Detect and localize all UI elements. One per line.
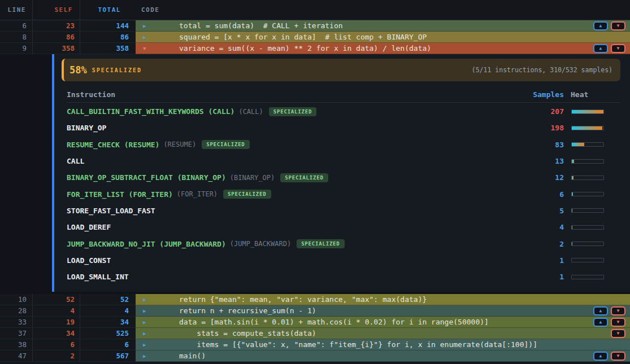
panel-indent-guide: [52, 54, 54, 292]
table-row-line-8: 8 86 86 ▶ squared = [x * x for x in data…: [0, 32, 630, 43]
expand-arrow-icon[interactable]: ▶: [143, 328, 146, 339]
jump-up-button[interactable]: ▲: [593, 352, 608, 361]
instruction-base-opcode: (RESUME): [163, 141, 196, 148]
code-cell[interactable]: ▶ main() ▲ ▼: [136, 350, 630, 362]
table-row-line-33: 33 19 34 ▶ data = [math.sin(i * 0.01) + …: [0, 317, 630, 328]
instruction-samples: 207: [523, 107, 571, 116]
instruction-row: LOAD_DEREF 4: [67, 219, 620, 235]
self-samples: 23: [33, 20, 80, 32]
jump-up-button[interactable]: ▲: [593, 44, 608, 53]
total-samples: 52: [80, 294, 136, 305]
instruction-name: LOAD_DEREF: [67, 223, 111, 231]
total-samples: 525: [80, 328, 136, 339]
expand-arrow-icon[interactable]: ▶: [143, 339, 146, 350]
total-samples: 4: [80, 305, 136, 317]
jump-down-button[interactable]: ▼: [611, 306, 625, 315]
instruction-row: JUMP_BACKWARD_NO_JIT (JUMP_BACKWARD) (JU…: [67, 235, 620, 252]
instruction-samples: 83: [523, 141, 571, 149]
heat-bar: [571, 109, 620, 114]
instruction-name: STORE_FAST_LOAD_FAST: [67, 207, 155, 215]
instruction-row: STORE_FAST_LOAD_FAST 5: [67, 203, 620, 219]
jump-down-button[interactable]: ▼: [611, 352, 625, 361]
code-cell[interactable]: ▶ items = [{"value": x, "name": f"item_{…: [136, 339, 630, 350]
jump-down-button[interactable]: ▼: [611, 318, 625, 327]
jump-down-button[interactable]: ▼: [611, 21, 625, 30]
specialization-callout: 58% SPECIALIZED (5/11 instructions, 310/…: [62, 59, 620, 81]
source-code: main(): [179, 350, 206, 362]
total-samples: 567: [80, 350, 136, 362]
line-number: 47: [0, 350, 33, 362]
code-cell[interactable]: ▶ return n + recursive_sum(n - 1) ▲ ▼: [136, 305, 630, 317]
table-row-line-28: 28 4 4 ▶ return n + recursive_sum(n - 1)…: [0, 305, 630, 317]
instruction-name: FOR_ITER_LIST (FOR_ITER): [67, 190, 173, 199]
heat-bar-fill: [572, 126, 602, 130]
source-code: return {"mean": mean, "var": variance, "…: [179, 294, 427, 305]
table-row-line-38: 38 6 6 ▶ items = [{"value": x, "name": f…: [0, 339, 630, 350]
line-number: 37: [0, 328, 33, 339]
heat-bar: [571, 208, 620, 213]
self-samples: 358: [33, 43, 80, 54]
heat-bar: [571, 159, 620, 164]
code-cell[interactable]: ▶ data = [math.sin(i * 0.01) + math.cos(…: [136, 317, 630, 328]
collapse-arrow-icon[interactable]: ▼: [143, 43, 146, 54]
table-header: LINE SELF TOTAL CODE: [0, 0, 630, 20]
instruction-samples: 1: [523, 256, 571, 265]
column-header-instruction: Instruction: [67, 90, 523, 99]
instruction-name: CALL: [67, 157, 84, 165]
heat-bar-fill: [572, 209, 572, 212]
self-samples: 19: [33, 317, 80, 328]
self-samples: 6: [33, 339, 80, 350]
instruction-samples: 6: [523, 190, 571, 199]
expand-arrow-icon[interactable]: ▶: [143, 350, 146, 362]
self-samples: 86: [33, 32, 80, 43]
jump-down-button[interactable]: ▼: [611, 44, 625, 53]
instruction-samples: 198: [523, 124, 571, 132]
specialized-badge: SPECIALIZED: [269, 107, 316, 116]
self-samples: 34: [33, 328, 80, 339]
code-cell-expanded[interactable]: ▼ variance = sum((x - mean) ** 2 for x i…: [136, 43, 630, 54]
expand-arrow-icon[interactable]: ▶: [143, 317, 146, 328]
expand-arrow-icon[interactable]: ▶: [143, 305, 146, 317]
line-number: 38: [0, 339, 33, 350]
instruction-row: CALL_BUILTIN_FAST_WITH_KEYWORDS (CALL) (…: [67, 103, 620, 120]
heat-bar: [571, 258, 620, 262]
table-row-line-47: 47 2 567 ▶ main() ▲ ▼: [0, 350, 630, 362]
total-samples: 358: [80, 43, 136, 54]
instruction-samples: 12: [523, 173, 571, 182]
line-number: 6: [0, 20, 33, 32]
source-code: stats = compute_stats(data): [179, 328, 316, 339]
specialization-summary: (5/11 instructions, 310/532 samples): [472, 66, 612, 74]
instruction-name: JUMP_BACKWARD_NO_JIT (JUMP_BACKWARD): [67, 240, 226, 248]
code-cell[interactable]: ▶ total = sum(data) # CALL + iteration ▲…: [136, 20, 630, 32]
column-header-samples[interactable]: Samples: [523, 90, 571, 99]
instruction-name: CALL_BUILTIN_FAST_WITH_KEYWORDS (CALL): [67, 107, 234, 116]
instruction-list: CALL_BUILTIN_FAST_WITH_KEYWORDS (CALL) (…: [67, 103, 620, 285]
instruction-row: LOAD_SMALL_INT 1: [67, 269, 620, 285]
self-samples: 52: [33, 294, 80, 305]
instruction-name: RESUME_CHECK (RESUME): [67, 141, 159, 149]
table-row-line-6: 6 23 144 ▶ total = sum(data) # CALL + it…: [0, 20, 630, 32]
specialized-badge: SPECIALIZED: [297, 239, 344, 248]
heat-bar: [571, 126, 620, 130]
instruction-table-header: Instruction Samples Heat: [67, 87, 620, 103]
jump-up-button[interactable]: ▲: [593, 21, 608, 30]
heat-bar: [571, 225, 620, 230]
heat-bar: [571, 192, 620, 196]
jump-down-button[interactable]: ▼: [611, 329, 625, 338]
table-row-line-10: 10 52 52 ▶ return {"mean": mean, "var": …: [0, 294, 630, 305]
instruction-row: BINARY_OP_SUBTRACT_FLOAT (BINARY_OP) (BI…: [67, 169, 620, 186]
expand-arrow-icon[interactable]: ▶: [143, 32, 146, 43]
heat-bar-fill: [572, 110, 603, 113]
specialized-label: SPECIALIZED: [92, 67, 142, 73]
column-header-total[interactable]: TOTAL: [80, 0, 136, 20]
heat-bar: [571, 242, 620, 246]
column-header-self[interactable]: SELF: [33, 0, 80, 20]
expand-arrow-icon[interactable]: ▶: [143, 294, 146, 305]
expand-arrow-icon[interactable]: ▶: [143, 20, 146, 32]
code-cell[interactable]: ▶ stats = compute_stats(data) ▼: [136, 328, 630, 339]
jump-up-button[interactable]: ▲: [593, 318, 608, 327]
instruction-name: LOAD_SMALL_INT: [67, 273, 129, 281]
jump-up-button[interactable]: ▲: [593, 306, 608, 315]
code-cell[interactable]: ▶ return {"mean": mean, "var": variance,…: [136, 294, 630, 305]
code-cell[interactable]: ▶ squared = [x * x for x in data] # list…: [136, 32, 630, 43]
